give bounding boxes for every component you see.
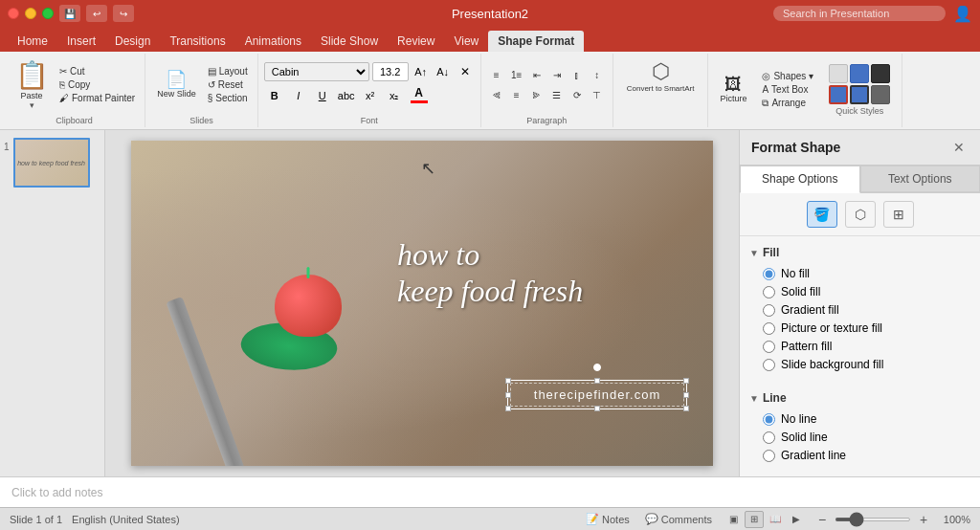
fill-solid-radio[interactable] — [763, 286, 775, 298]
superscript-button[interactable]: x² — [360, 86, 381, 105]
quick-style-3[interactable] — [871, 64, 890, 83]
maximize-window-button[interactable] — [42, 8, 54, 19]
bold-button[interactable]: B — [264, 86, 285, 105]
tab-home[interactable]: Home — [8, 31, 57, 52]
handle-top-left[interactable] — [505, 378, 511, 384]
tab-shapeformat[interactable]: Shape Format — [488, 31, 584, 52]
text-direction-button[interactable]: ⟳ — [568, 86, 587, 103]
normal-view-button[interactable]: ▣ — [724, 511, 743, 528]
line-spacing-button[interactable]: ↕ — [588, 66, 607, 83]
notes-area[interactable]: Click to add notes — [0, 476, 980, 507]
comments-button[interactable]: 💬 Comments — [641, 512, 716, 526]
user-icon[interactable]: 👤 — [953, 5, 972, 23]
redo-button[interactable]: ↪ — [113, 5, 134, 22]
fill-solid-option[interactable]: Solid fill — [763, 285, 965, 298]
fill-picture-option[interactable]: Picture or texture fill — [763, 321, 965, 335]
fill-pattern-radio[interactable] — [763, 341, 775, 353]
search-input[interactable] — [773, 6, 946, 21]
handle-mid-left[interactable] — [505, 392, 511, 398]
tab-transitions[interactable]: Transitions — [160, 31, 234, 52]
increase-indent-button[interactable]: ⇥ — [547, 66, 567, 83]
new-slide-button[interactable]: 📄 New Slide — [151, 67, 202, 102]
font-family-select[interactable]: Cabin — [264, 62, 369, 81]
reset-button[interactable]: ↺ Reset — [204, 78, 252, 91]
align-text-button[interactable]: ⊤ — [588, 86, 607, 103]
slide-sorter-button[interactable]: ⊞ — [745, 511, 764, 528]
quick-style-2[interactable] — [850, 64, 869, 83]
handle-bot-left[interactable] — [505, 406, 511, 411]
notes-button[interactable]: 📝 Notes — [582, 512, 634, 526]
decrease-font-button[interactable]: A↓ — [434, 62, 453, 81]
font-color-button[interactable]: A — [408, 86, 431, 105]
fill-line-icon-button[interactable]: 🪣 — [807, 201, 837, 228]
handle-top-right[interactable] — [683, 378, 689, 384]
tab-text-options[interactable]: Text Options — [860, 166, 981, 192]
line-solid-radio[interactable] — [763, 431, 775, 444]
canvas-area[interactable]: how to keep food fresh — [105, 130, 739, 476]
justify-button[interactable]: ☰ — [547, 86, 567, 103]
fill-gradient-option[interactable]: Gradient fill — [763, 303, 965, 317]
fill-section-header[interactable]: ▼ Fill — [740, 242, 980, 263]
paste-button[interactable]: 📋 Paste ▾ — [10, 58, 54, 112]
picture-button[interactable]: 🖼 Picture — [714, 72, 752, 107]
format-painter-button[interactable]: 🖌 Format Painter — [56, 92, 139, 104]
strikethrough-button[interactable]: abc — [336, 86, 357, 105]
section-button[interactable]: § Section — [204, 92, 252, 104]
bullets-button[interactable]: ≡ — [487, 66, 506, 83]
fill-pattern-option[interactable]: Pattern fill — [763, 340, 965, 353]
tab-review[interactable]: Review — [388, 31, 444, 52]
effects-icon-button[interactable]: ⬡ — [845, 201, 876, 228]
fill-slide-bg-option[interactable]: Slide background fill — [763, 358, 965, 371]
subscript-button[interactable]: x₂ — [384, 86, 405, 105]
italic-button[interactable]: I — [288, 86, 309, 105]
tab-view[interactable]: View — [444, 31, 488, 52]
copy-button[interactable]: ⎘ Copy — [56, 78, 139, 91]
clear-format-button[interactable]: ✕ — [456, 62, 475, 81]
line-solid-option[interactable]: Solid line — [763, 431, 965, 444]
slide-canvas[interactable]: how to keep food fresh — [131, 141, 713, 466]
textbox-button[interactable]: A Text Box — [758, 83, 817, 96]
arrange-button[interactable]: ⧉ Arrange — [758, 97, 817, 110]
columns-button[interactable]: ⫿ — [568, 66, 587, 83]
align-left-button[interactable]: ⫷ — [487, 86, 506, 103]
line-gradient-radio[interactable] — [763, 450, 775, 462]
handle-mid-right[interactable] — [683, 392, 689, 398]
cut-button[interactable]: ✂ Cut — [56, 65, 139, 77]
fill-slide-bg-radio[interactable] — [763, 359, 775, 371]
line-no-line-radio[interactable] — [763, 413, 775, 426]
quick-style-5[interactable] — [850, 85, 869, 104]
zoom-in-button[interactable]: + — [915, 511, 932, 528]
quick-style-4[interactable] — [829, 85, 848, 104]
layout-button[interactable]: ▤ Layout — [204, 65, 252, 77]
fill-picture-radio[interactable] — [763, 322, 775, 335]
zoom-slider[interactable] — [835, 518, 911, 521]
fill-no-fill-radio[interactable] — [763, 268, 775, 280]
minimize-window-button[interactable] — [25, 8, 36, 19]
decrease-indent-button[interactable]: ⇤ — [527, 66, 546, 83]
rotate-handle[interactable] — [593, 364, 601, 371]
slideshow-button[interactable]: ▶ — [787, 511, 806, 528]
line-no-line-option[interactable]: No line — [763, 412, 965, 426]
reading-view-button[interactable]: 📖 — [766, 511, 785, 528]
numbering-button[interactable]: 1≡ — [507, 66, 526, 83]
tab-design[interactable]: Design — [105, 31, 160, 52]
line-section-header[interactable]: ▼ Line — [740, 387, 980, 409]
tab-shape-options[interactable]: Shape Options — [740, 166, 860, 193]
align-center-button[interactable]: ≡ — [507, 86, 526, 103]
handle-top-mid[interactable] — [594, 378, 600, 384]
undo-button[interactable]: ↩ — [86, 5, 107, 22]
font-size-input[interactable] — [372, 62, 409, 81]
slide-thumbnail[interactable]: how to keep food fresh — [13, 138, 90, 188]
panel-close-button[interactable]: ✕ — [949, 138, 969, 157]
fill-no-fill-option[interactable]: No fill — [763, 267, 965, 280]
quick-style-6[interactable] — [871, 85, 890, 104]
tab-animations[interactable]: Animations — [235, 31, 311, 52]
align-right-button[interactable]: ⫸ — [527, 86, 546, 103]
handle-bot-right[interactable] — [683, 406, 689, 411]
tab-slideshow[interactable]: Slide Show — [311, 31, 388, 52]
size-properties-icon-button[interactable]: ⊞ — [883, 201, 914, 228]
quick-style-1[interactable] — [829, 64, 848, 83]
line-gradient-option[interactable]: Gradient line — [763, 449, 965, 462]
convert-smartart-button[interactable]: ⬡ Convert to SmartArt — [619, 55, 702, 98]
fill-gradient-radio[interactable] — [763, 304, 775, 317]
